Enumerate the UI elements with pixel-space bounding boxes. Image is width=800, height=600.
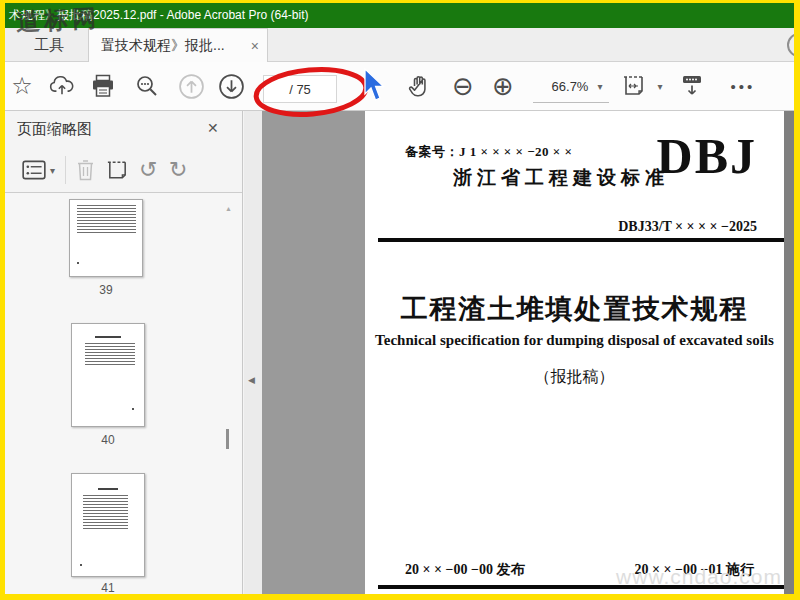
continuous-scroll-icon [680,74,704,98]
publish-date: 20 × × −00 −00 发布 [405,561,524,579]
page-thumbnail-41[interactable] [71,473,145,577]
printer-icon [91,74,115,98]
standard-category: 浙江省工程建设标准 [453,165,669,191]
scroll-up-icon[interactable]: ▲ [225,205,232,212]
options-list-icon [21,159,47,181]
next-page-button[interactable] [216,62,246,110]
hand-tool-button[interactable] [404,62,434,110]
mouse-cursor-icon [362,68,388,104]
zoom-in-button[interactable]: ⊕ [488,62,518,110]
panel-title: 页面缩略图 [17,120,92,139]
tab-document-label: 置技术规程》报批... [101,37,245,55]
panel-toolbar: ▾ ↺ ↻ [5,148,242,193]
options-caret-icon: ▾ [50,165,55,176]
thumbnail-mark [80,564,82,566]
document-scrollbar[interactable] [784,111,794,594]
content-area: 页面缩略图 ✕ ▾ [5,111,794,594]
thumbnail-page-number: 41 [71,581,145,594]
thumbnail-page-number: 40 [71,433,145,447]
page-thumbnails-panel: 页面缩略图 ✕ ▾ [5,111,243,594]
rotate-ccw-button[interactable]: ↺ [139,148,157,192]
fit-width-button[interactable] [619,62,649,110]
page-thumbnail-40[interactable] [71,323,145,427]
zoom-out-button[interactable]: ⊖ [448,62,478,110]
resize-pages-button[interactable] [105,148,130,192]
fit-width-icon [621,74,647,98]
thumbnail-text-preview [85,343,135,367]
tab-document[interactable]: 置技术规程》报批... × [88,28,268,62]
cloud-upload-icon [49,74,75,98]
thumbnail-text-preview [77,205,136,233]
thumbnail-options-button[interactable]: ▾ [21,148,55,192]
thumbnail-heading-preview [98,488,118,490]
favorites-star-icon[interactable]: ☆ [9,62,35,110]
tab-bar: 工具 置技术规程》报批... × [5,28,794,62]
panel-collapse-handle[interactable]: ◀ [244,111,262,594]
site-watermark: www.cndao.com [616,565,782,589]
standard-number: DBJ33/T × × × × −2025 [618,219,757,235]
panel-close-icon[interactable]: ✕ [207,120,219,136]
zoom-underline [533,102,609,103]
main-toolbar: ☆ [5,62,794,111]
share-upload-icon[interactable] [47,62,77,110]
hand-icon [407,74,432,99]
pdf-page: 备案号：J 1 × × × × −20 × × 浙江省工程建设标准 DBJ DB… [365,111,784,594]
window-titlebar: 术规程》报批稿2025.12.pdf - Adobe Acrobat Pro (… [5,3,794,28]
more-tools-button[interactable]: ••• [723,62,763,110]
thumbnail-scrollbar[interactable]: ▲ [221,193,237,594]
thumbnail-mark [77,262,79,264]
thumbnail-heading-preview [95,336,121,338]
document-title-en: Technical specification for dumping disp… [365,332,784,349]
thumbnail-page-number: 39 [69,283,143,297]
scrollbar-thumb[interactable] [226,429,229,449]
site-watermark-top: 道标网 [15,2,101,38]
header-rule [378,238,784,242]
thumbnail-mark [132,408,134,410]
tab-close-icon[interactable]: × [245,38,259,54]
delete-pages-button[interactable] [75,148,96,192]
arrow-up-circle-icon [178,73,205,100]
document-title-cn: 工程渣土堆填处置技术规程 [365,291,784,327]
arrow-down-circle-icon [218,73,245,100]
fit-width-caret-icon[interactable]: ▾ [653,62,667,110]
trash-icon [75,158,96,182]
page-display-button[interactable] [677,62,707,110]
dbj-logo: DBJ [657,127,757,185]
search-button[interactable] [133,62,161,110]
crop-page-icon [105,158,130,182]
rotate-cw-button[interactable]: ↻ [169,148,187,192]
clipped-circle-icon [787,33,794,57]
thumbnail-text-preview [83,495,128,529]
draft-label: （报批稿） [365,367,784,388]
thumbnail-list: 39 40 41 ▲ [5,193,242,594]
search-icon [135,74,159,98]
panel-header: 页面缩略图 ✕ [5,111,242,148]
record-number: 备案号：J 1 × × × × −20 × × [405,143,572,161]
acrobat-window: 术规程》报批稿2025.12.pdf - Adobe Acrobat Pro (… [5,3,794,594]
document-viewport: 备案号：J 1 × × × × −20 × × 浙江省工程建设标准 DBJ DB… [262,111,794,594]
red-ellipse-annotation [250,64,372,120]
page-thumbnail-39[interactable] [69,199,143,277]
collapse-arrow-icon: ◀ [248,375,255,385]
print-button[interactable] [89,62,117,110]
previous-page-button[interactable] [176,62,206,110]
toolbar-separator [65,156,66,184]
